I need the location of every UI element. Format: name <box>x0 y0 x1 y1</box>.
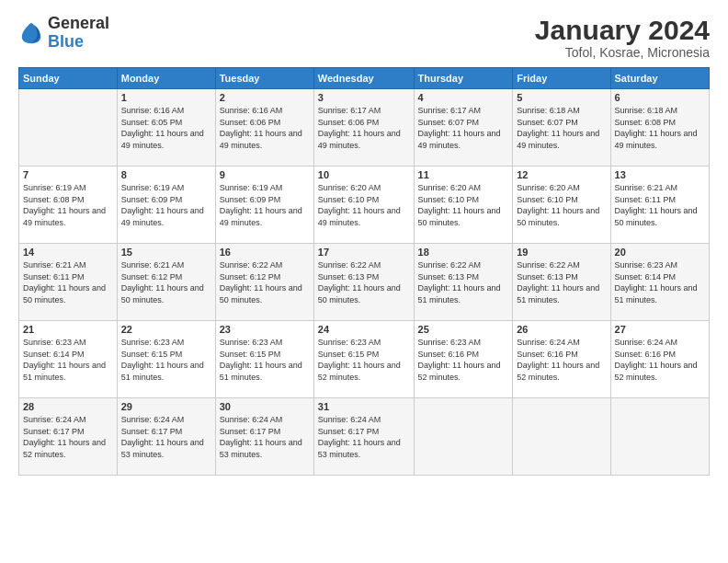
calendar-cell <box>610 398 709 476</box>
page: General Blue January 2024 Tofol, Kosrae,… <box>0 0 728 563</box>
calendar-table: SundayMondayTuesdayWednesdayThursdayFrid… <box>18 67 710 476</box>
day-number: 9 <box>220 169 310 180</box>
calendar-cell: 7Sunrise: 6:19 AMSunset: 6:08 PMDaylight… <box>19 167 118 244</box>
calendar-cell <box>414 398 513 476</box>
calendar-cell: 21Sunrise: 6:23 AMSunset: 6:14 PMDayligh… <box>19 321 118 398</box>
calendar-cell: 9Sunrise: 6:19 AMSunset: 6:09 PMDaylight… <box>215 167 313 244</box>
day-number: 7 <box>23 169 113 180</box>
day-number: 24 <box>318 324 410 335</box>
calendar-cell: 5Sunrise: 6:18 AMSunset: 6:07 PMDaylight… <box>513 89 610 167</box>
calendar-cell: 12Sunrise: 6:20 AMSunset: 6:10 PMDayligh… <box>513 167 610 244</box>
day-info: Sunrise: 6:24 AMSunset: 6:17 PMDaylight:… <box>220 414 310 460</box>
calendar-week-1: 1Sunrise: 6:16 AMSunset: 6:05 PMDaylight… <box>19 89 710 167</box>
calendar-cell: 8Sunrise: 6:19 AMSunset: 6:09 PMDaylight… <box>117 167 215 244</box>
day-info: Sunrise: 6:17 AMSunset: 6:06 PMDaylight:… <box>318 105 410 151</box>
calendar-header: SundayMondayTuesdayWednesdayThursdayFrid… <box>19 68 710 89</box>
day-number: 25 <box>418 324 509 335</box>
calendar-cell: 13Sunrise: 6:21 AMSunset: 6:11 PMDayligh… <box>610 167 709 244</box>
day-number: 28 <box>23 401 113 412</box>
day-info: Sunrise: 6:24 AMSunset: 6:16 PMDaylight:… <box>615 337 705 383</box>
calendar-cell: 27Sunrise: 6:24 AMSunset: 6:16 PMDayligh… <box>610 321 709 398</box>
weekday-header-row: SundayMondayTuesdayWednesdayThursdayFrid… <box>19 68 710 89</box>
day-number: 12 <box>517 169 606 180</box>
weekday-header-wednesday: Wednesday <box>313 68 414 89</box>
day-info: Sunrise: 6:23 AMSunset: 6:15 PMDaylight:… <box>318 337 410 383</box>
day-number: 15 <box>121 247 211 258</box>
day-info: Sunrise: 6:23 AMSunset: 6:14 PMDaylight:… <box>23 337 113 383</box>
calendar-cell: 18Sunrise: 6:22 AMSunset: 6:13 PMDayligh… <box>414 244 513 321</box>
weekday-header-friday: Friday <box>513 68 610 89</box>
day-number: 18 <box>418 247 509 258</box>
day-info: Sunrise: 6:21 AMSunset: 6:11 PMDaylight:… <box>23 259 113 305</box>
day-number: 8 <box>121 169 211 180</box>
calendar-cell: 23Sunrise: 6:23 AMSunset: 6:15 PMDayligh… <box>215 321 313 398</box>
calendar-cell: 28Sunrise: 6:24 AMSunset: 6:17 PMDayligh… <box>19 398 118 476</box>
day-info: Sunrise: 6:24 AMSunset: 6:17 PMDaylight:… <box>121 414 211 460</box>
calendar-cell: 31Sunrise: 6:24 AMSunset: 6:17 PMDayligh… <box>313 398 414 476</box>
day-info: Sunrise: 6:24 AMSunset: 6:17 PMDaylight:… <box>318 414 410 460</box>
header: General Blue January 2024 Tofol, Kosrae,… <box>18 15 710 60</box>
calendar-title: January 2024 <box>535 15 710 45</box>
calendar-body: 1Sunrise: 6:16 AMSunset: 6:05 PMDaylight… <box>19 89 710 476</box>
day-number: 29 <box>121 401 211 412</box>
day-info: Sunrise: 6:23 AMSunset: 6:16 PMDaylight:… <box>418 337 509 383</box>
logo-icon <box>18 20 44 46</box>
day-number: 20 <box>615 247 705 258</box>
day-info: Sunrise: 6:23 AMSunset: 6:15 PMDaylight:… <box>220 337 310 383</box>
calendar-cell: 4Sunrise: 6:17 AMSunset: 6:07 PMDaylight… <box>414 89 513 167</box>
logo-text: General Blue <box>48 15 109 52</box>
day-info: Sunrise: 6:21 AMSunset: 6:12 PMDaylight:… <box>121 259 211 305</box>
day-number: 26 <box>517 324 606 335</box>
calendar-cell <box>19 89 118 167</box>
day-info: Sunrise: 6:19 AMSunset: 6:08 PMDaylight:… <box>23 182 113 228</box>
calendar-cell: 16Sunrise: 6:22 AMSunset: 6:12 PMDayligh… <box>215 244 313 321</box>
weekday-header-saturday: Saturday <box>610 68 709 89</box>
calendar-cell: 17Sunrise: 6:22 AMSunset: 6:13 PMDayligh… <box>313 244 414 321</box>
calendar-cell: 29Sunrise: 6:24 AMSunset: 6:17 PMDayligh… <box>117 398 215 476</box>
calendar-cell: 30Sunrise: 6:24 AMSunset: 6:17 PMDayligh… <box>215 398 313 476</box>
day-info: Sunrise: 6:20 AMSunset: 6:10 PMDaylight:… <box>418 182 509 228</box>
day-number: 5 <box>517 92 606 103</box>
day-number: 16 <box>220 247 310 258</box>
calendar-cell: 25Sunrise: 6:23 AMSunset: 6:16 PMDayligh… <box>414 321 513 398</box>
calendar-cell: 15Sunrise: 6:21 AMSunset: 6:12 PMDayligh… <box>117 244 215 321</box>
calendar-cell: 19Sunrise: 6:22 AMSunset: 6:13 PMDayligh… <box>513 244 610 321</box>
logo: General Blue <box>18 15 109 52</box>
day-number: 2 <box>220 92 310 103</box>
calendar-cell: 20Sunrise: 6:23 AMSunset: 6:14 PMDayligh… <box>610 244 709 321</box>
calendar-cell: 24Sunrise: 6:23 AMSunset: 6:15 PMDayligh… <box>313 321 414 398</box>
weekday-header-tuesday: Tuesday <box>215 68 313 89</box>
calendar-week-4: 21Sunrise: 6:23 AMSunset: 6:14 PMDayligh… <box>19 321 710 398</box>
day-number: 11 <box>418 169 509 180</box>
day-number: 30 <box>220 401 310 412</box>
calendar-cell: 14Sunrise: 6:21 AMSunset: 6:11 PMDayligh… <box>19 244 118 321</box>
day-info: Sunrise: 6:22 AMSunset: 6:12 PMDaylight:… <box>220 259 310 305</box>
day-number: 27 <box>615 324 705 335</box>
day-info: Sunrise: 6:23 AMSunset: 6:15 PMDaylight:… <box>121 337 211 383</box>
day-info: Sunrise: 6:18 AMSunset: 6:08 PMDaylight:… <box>615 105 705 151</box>
day-number: 22 <box>121 324 211 335</box>
day-info: Sunrise: 6:17 AMSunset: 6:07 PMDaylight:… <box>418 105 509 151</box>
day-info: Sunrise: 6:23 AMSunset: 6:14 PMDaylight:… <box>615 259 705 305</box>
day-info: Sunrise: 6:24 AMSunset: 6:16 PMDaylight:… <box>517 337 606 383</box>
day-info: Sunrise: 6:22 AMSunset: 6:13 PMDaylight:… <box>517 259 606 305</box>
day-number: 21 <box>23 324 113 335</box>
calendar-cell: 10Sunrise: 6:20 AMSunset: 6:10 PMDayligh… <box>313 167 414 244</box>
calendar-cell: 22Sunrise: 6:23 AMSunset: 6:15 PMDayligh… <box>117 321 215 398</box>
day-info: Sunrise: 6:18 AMSunset: 6:07 PMDaylight:… <box>517 105 606 151</box>
day-number: 6 <box>615 92 705 103</box>
calendar-week-3: 14Sunrise: 6:21 AMSunset: 6:11 PMDayligh… <box>19 244 710 321</box>
calendar-cell: 26Sunrise: 6:24 AMSunset: 6:16 PMDayligh… <box>513 321 610 398</box>
day-number: 10 <box>318 169 410 180</box>
day-number: 19 <box>517 247 606 258</box>
weekday-header-thursday: Thursday <box>414 68 513 89</box>
day-info: Sunrise: 6:21 AMSunset: 6:11 PMDaylight:… <box>615 182 705 228</box>
calendar-cell: 2Sunrise: 6:16 AMSunset: 6:06 PMDaylight… <box>215 89 313 167</box>
day-info: Sunrise: 6:24 AMSunset: 6:17 PMDaylight:… <box>23 414 113 460</box>
day-info: Sunrise: 6:20 AMSunset: 6:10 PMDaylight:… <box>318 182 410 228</box>
day-number: 4 <box>418 92 509 103</box>
day-number: 1 <box>121 92 211 103</box>
day-info: Sunrise: 6:16 AMSunset: 6:05 PMDaylight:… <box>121 105 211 151</box>
calendar-subtitle: Tofol, Kosrae, Micronesia <box>535 45 710 60</box>
weekday-header-monday: Monday <box>117 68 215 89</box>
